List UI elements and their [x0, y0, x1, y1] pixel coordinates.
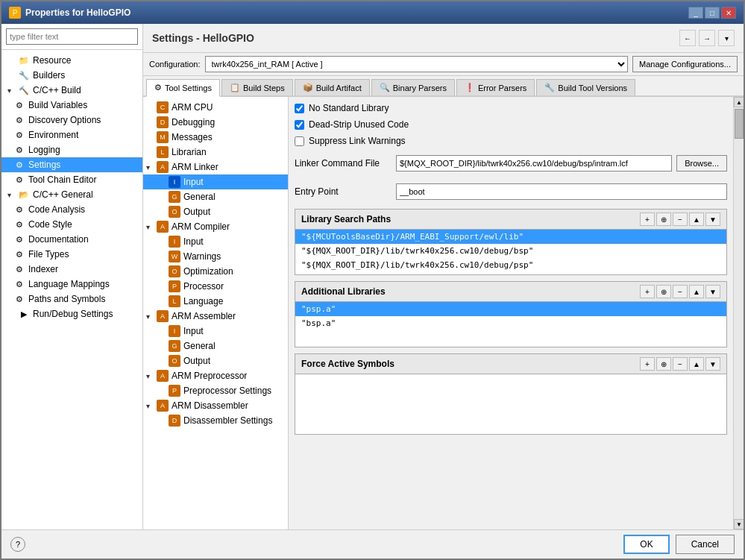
- stree-arm-assembler[interactable]: ▾ A ARM Assembler: [143, 309, 288, 324]
- stree-arm-preprocessor[interactable]: ▾ A ARM Preprocessor: [143, 368, 288, 383]
- minimize-button[interactable]: _: [688, 7, 703, 19]
- nav-item-documentation[interactable]: ⚙ Documentation: [1, 232, 142, 247]
- filter-input[interactable]: [6, 28, 138, 45]
- scroll-thumb[interactable]: [735, 109, 744, 139]
- nav-item-logging[interactable]: ⚙ Logging: [1, 142, 142, 157]
- force-sym-import-button[interactable]: ⊕: [656, 357, 671, 371]
- scroll-down-button[interactable]: ▼: [734, 519, 744, 529]
- stree-messages[interactable]: M Messages: [143, 130, 288, 145]
- list-item[interactable]: "${MCUToolsBaseDir}/ARM_EABI_Support/ewl…: [295, 230, 726, 244]
- stree-arm-disassembler[interactable]: ▾ A ARM Disassembler: [143, 398, 288, 413]
- stree-linker-input[interactable]: I Input: [143, 174, 288, 189]
- nav-item-paths-symbols[interactable]: ⚙ Paths and Symbols: [1, 292, 142, 306]
- no-std-library-checkbox[interactable]: [295, 104, 304, 113]
- nav-item-discovery-options[interactable]: ⚙ Discovery Options: [1, 113, 142, 128]
- stree-compiler-processor[interactable]: P Processor: [143, 279, 288, 294]
- nav-item-code-analysis[interactable]: ⚙ Code Analysis: [1, 202, 142, 217]
- stree-label-debugging: Debugging: [172, 117, 215, 128]
- list-item[interactable]: "${MQX_ROOT_DIR}/lib/twrk40x256.cw10/deb…: [295, 244, 726, 258]
- tab-build-artifact[interactable]: 📦 Build Artifact: [295, 79, 370, 95]
- ok-button[interactable]: OK: [623, 535, 669, 554]
- tab-tool-settings[interactable]: ⚙ Tool Settings: [146, 79, 220, 97]
- stree-debugging[interactable]: D Debugging: [143, 115, 288, 130]
- nav-item-ccpp-general[interactable]: ▾ 📂 C/C++ General: [1, 187, 142, 202]
- linker-cmd-input[interactable]: [396, 155, 672, 172]
- add-lib-add-button[interactable]: +: [640, 285, 655, 298]
- list-item[interactable]: "${MQX_ROOT_DIR}/lib/twrk40x256.cw10/deb…: [295, 258, 726, 272]
- stree-assembler-general[interactable]: G General: [143, 339, 288, 353]
- no-std-library-row: No Standard Library: [295, 103, 727, 113]
- nav-item-environment[interactable]: ⚙ Environment: [1, 128, 142, 142]
- config-dropdown[interactable]: twrk40x256_int_RAM [ Active ]: [205, 56, 629, 72]
- close-button[interactable]: ✕: [721, 7, 736, 19]
- force-symbols-list: [295, 374, 726, 434]
- manage-configurations-button[interactable]: Manage Configurations...: [632, 56, 738, 72]
- lang-map-icon: ⚙: [13, 278, 25, 290]
- stree-compiler-warnings[interactable]: W Warnings: [143, 249, 288, 264]
- stree-librarian[interactable]: L Librarian: [143, 145, 288, 160]
- stree-label-arm-cpu: ARM CPU: [172, 102, 213, 113]
- add-lib-down-button[interactable]: ▼: [705, 285, 720, 298]
- suppress-warnings-checkbox[interactable]: [295, 136, 304, 146]
- nav-item-tool-chain-editor[interactable]: ⚙ Tool Chain Editor: [1, 172, 142, 187]
- nav-item-build-variables[interactable]: ⚙ Build Variables: [1, 98, 142, 113]
- nav-item-code-style[interactable]: ⚙ Code Style: [1, 217, 142, 232]
- stree-label-preprocessor-settings: Preprocessor Settings: [183, 386, 271, 396]
- entry-point-input[interactable]: [396, 183, 727, 200]
- stree-assembler-input[interactable]: I Input: [143, 324, 288, 339]
- binary-parsers-icon: 🔍: [380, 83, 390, 92]
- lib-search-down-button[interactable]: ▼: [705, 213, 720, 226]
- stree-linker-output[interactable]: O Output: [143, 204, 288, 219]
- cancel-button[interactable]: Cancel: [676, 535, 735, 554]
- builders-icon: 🔧: [18, 69, 30, 81]
- nav-item-settings[interactable]: ⚙ Settings: [1, 157, 142, 172]
- nav-item-resource[interactable]: 📁 Resource: [1, 53, 142, 68]
- add-lib-up-button[interactable]: ▲: [689, 285, 704, 298]
- stree-arm-linker[interactable]: ▾ A ARM Linker: [143, 160, 288, 174]
- lib-search-delete-button[interactable]: −: [673, 213, 688, 226]
- additional-libraries-section: Additional Libraries + ⊕ − ▲ ▼: [295, 281, 727, 347]
- stree-compiler-input[interactable]: I Input: [143, 234, 288, 249]
- nav-item-ccpp-build[interactable]: ▾ 🔨 C/C++ Build: [1, 83, 142, 98]
- nav-item-indexer[interactable]: ⚙ Indexer: [1, 262, 142, 277]
- nav-label-documentation: Documentation: [28, 234, 89, 245]
- stree-preprocessor-settings[interactable]: P Preprocessor Settings: [143, 383, 288, 398]
- force-sym-add-button[interactable]: +: [640, 357, 655, 371]
- tab-binary-parsers[interactable]: 🔍 Binary Parsers: [371, 79, 455, 95]
- scroll-up-button[interactable]: ▲: [734, 97, 744, 107]
- stree-assembler-output[interactable]: O Output: [143, 353, 288, 368]
- compiler-warnings-icon: W: [169, 251, 180, 262]
- back-button[interactable]: ←: [679, 30, 696, 46]
- tab-error-parsers[interactable]: ❗ Error Parsers: [456, 79, 535, 95]
- lib-search-up-button[interactable]: ▲: [689, 213, 704, 226]
- list-item[interactable]: "bsp.a": [295, 316, 726, 330]
- nav-item-run-debug[interactable]: ▶ Run/Debug Settings: [1, 306, 142, 321]
- nav-item-builders[interactable]: 🔧 Builders: [1, 68, 142, 83]
- lib-search-add-button[interactable]: +: [640, 213, 655, 226]
- forward-button[interactable]: →: [699, 30, 715, 46]
- help-button[interactable]: ?: [10, 537, 25, 552]
- maximize-button[interactable]: □: [705, 7, 720, 19]
- force-sym-delete-button[interactable]: −: [673, 357, 688, 371]
- scroll-track[interactable]: [734, 107, 744, 519]
- force-sym-up-button[interactable]: ▲: [689, 357, 704, 371]
- dead-strip-checkbox[interactable]: [295, 120, 304, 130]
- add-lib-delete-button[interactable]: −: [673, 285, 688, 298]
- stree-compiler-optimization[interactable]: O Optimization: [143, 264, 288, 279]
- dropdown-button[interactable]: ▾: [718, 30, 735, 46]
- tab-build-tool-versions[interactable]: 🔧 Build Tool Versions: [536, 79, 635, 95]
- stree-compiler-language[interactable]: L Language: [143, 294, 288, 309]
- stree-linker-general[interactable]: G General: [143, 189, 288, 204]
- nav-item-language-mappings[interactable]: ⚙ Language Mappings: [1, 277, 142, 292]
- tab-build-steps[interactable]: 📋 Build Steps: [221, 79, 293, 95]
- lib-search-import-button[interactable]: ⊕: [656, 213, 671, 226]
- force-sym-down-button[interactable]: ▼: [705, 357, 720, 371]
- stree-arm-compiler[interactable]: ▾ A ARM Compiler: [143, 219, 288, 234]
- stree-arm-cpu[interactable]: C ARM CPU: [143, 100, 288, 115]
- browse-button[interactable]: Browse...: [676, 155, 727, 172]
- nav-item-file-types[interactable]: ⚙ File Types: [1, 247, 142, 262]
- stree-disassembler-settings[interactable]: D Disassembler Settings: [143, 413, 288, 428]
- nav-label-logging: Logging: [28, 145, 60, 155]
- list-item[interactable]: "psp.a": [295, 302, 726, 316]
- add-lib-import-button[interactable]: ⊕: [656, 285, 671, 298]
